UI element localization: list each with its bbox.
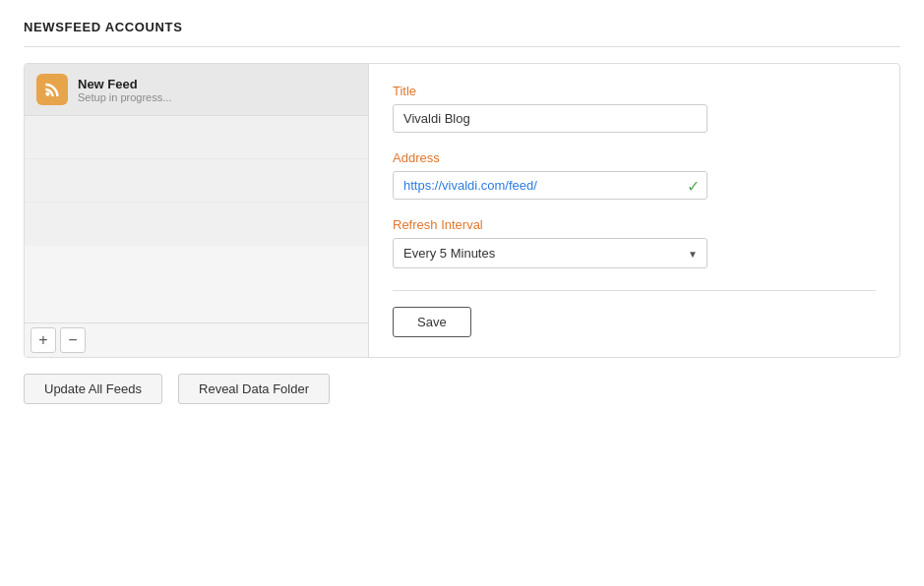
address-field-group: Address ✓ [393, 150, 876, 200]
address-label: Address [393, 150, 876, 165]
address-valid-icon: ✓ [687, 176, 700, 195]
save-section: Save [393, 290, 876, 337]
title-label: Title [393, 84, 876, 98]
feed-placeholder [25, 116, 368, 322]
refresh-label: Refresh Interval [393, 217, 876, 232]
refresh-select-wrapper: Every 5 Minutes Every 10 Minutes Every 1… [393, 238, 708, 268]
title-field-group: Title [393, 84, 876, 133]
refresh-interval-select[interactable]: Every 5 Minutes Every 10 Minutes Every 1… [393, 238, 708, 268]
left-panel: New Feed Setup in progress... + − [25, 64, 369, 357]
feed-icon [36, 74, 68, 105]
svg-point-0 [45, 92, 49, 96]
feed-info: New Feed Setup in progress... [78, 77, 171, 103]
feed-status: Setup in progress... [78, 91, 171, 103]
address-wrapper: ✓ [393, 171, 708, 200]
title-input[interactable] [393, 104, 708, 133]
right-panel: Title Address ✓ Refresh Interval Every 5… [369, 64, 899, 357]
main-layout: New Feed Setup in progress... + − Title … [24, 63, 900, 358]
remove-feed-button[interactable]: − [60, 327, 86, 353]
address-input[interactable] [393, 171, 708, 200]
bottom-actions: Update All Feeds Reveal Data Folder [24, 374, 900, 404]
placeholder-row [25, 203, 368, 246]
refresh-field-group: Refresh Interval Every 5 Minutes Every 1… [393, 217, 876, 268]
save-button[interactable]: Save [393, 307, 471, 337]
section-divider [24, 46, 900, 47]
placeholder-row [25, 116, 368, 159]
left-footer: + − [25, 322, 368, 357]
rss-icon [42, 80, 62, 99]
update-all-feeds-button[interactable]: Update All Feeds [24, 374, 162, 404]
reveal-data-folder-button[interactable]: Reveal Data Folder [178, 374, 330, 404]
placeholder-row [25, 159, 368, 203]
feed-name: New Feed [78, 77, 171, 91]
feed-list-item[interactable]: New Feed Setup in progress... [25, 64, 368, 116]
add-feed-button[interactable]: + [31, 327, 56, 353]
page-title: NEWSFEED ACCOUNTS [24, 20, 900, 34]
